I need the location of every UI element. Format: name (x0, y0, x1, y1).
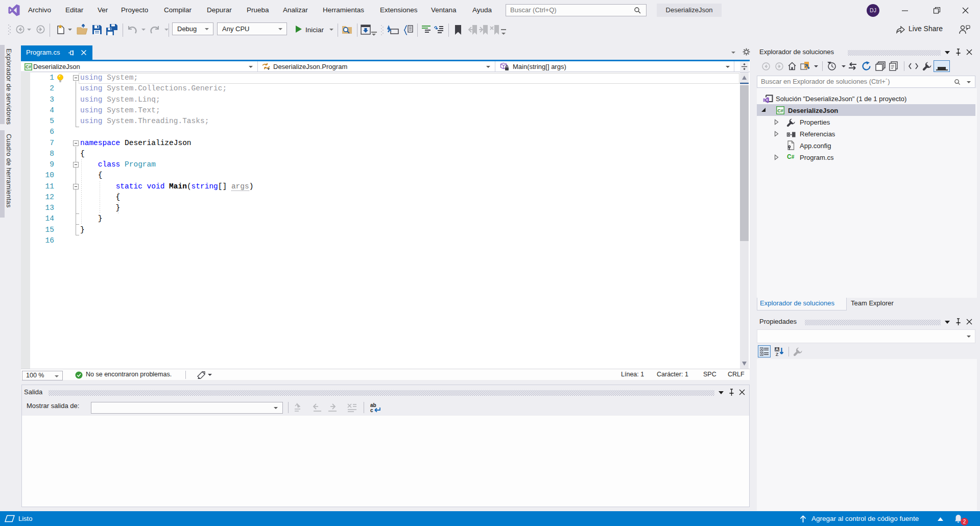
svg-text:Z: Z (776, 352, 779, 356)
svg-text:A: A (775, 347, 779, 352)
svg-text:c: c (370, 408, 373, 413)
svg-text:C#: C# (26, 64, 31, 69)
svg-text:C#: C# (777, 108, 783, 113)
